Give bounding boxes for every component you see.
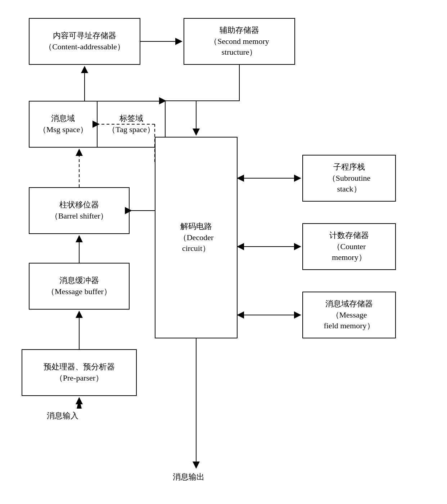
second-memory-label-en: （Second memorystructure） — [209, 36, 269, 58]
content-addressable-box: 内容可寻址存储器 （Content-addressable） — [29, 18, 140, 65]
tag-space-label-zh: 标签域 — [108, 113, 155, 124]
subroutine-stack-label-zh: 子程序栈 — [328, 162, 371, 173]
msg-space-box: 消息域 （Msg space） — [29, 101, 97, 148]
msg-output-label: 消息输出 — [173, 472, 204, 482]
content-addressable-label-zh: 内容可寻址存储器 — [44, 30, 125, 41]
message-buffer-box: 消息缓冲器 （Message buffer） — [29, 263, 130, 310]
subroutine-stack-label-en: （Subroutinestack） — [328, 173, 371, 195]
barrel-shifter-label-en: （Barrel shifter） — [50, 211, 108, 222]
counter-memory-label-zh: 计数存储器 — [329, 230, 369, 241]
barrel-shifter-box: 柱状移位器 （Barrel shifter） — [29, 187, 130, 234]
barrel-shifter-label-zh: 柱状移位器 — [50, 199, 108, 211]
second-memory-box: 辅助存储器 （Second memorystructure） — [184, 18, 295, 65]
diagram: 内容可寻址存储器 （Content-addressable） 辅助存储器 （Se… — [0, 0, 447, 504]
subroutine-stack-box: 子程序栈 （Subroutinestack） — [302, 155, 396, 202]
message-buffer-label-zh: 消息缓冲器 — [47, 275, 112, 286]
message-field-memory-box: 消息域存储器 （Messagefield memory） — [302, 292, 396, 338]
second-memory-label-zh: 辅助存储器 — [209, 25, 269, 36]
counter-memory-box: 计数存储器 （Countermemory） — [302, 223, 396, 270]
msg-space-label-en: （Msg space） — [39, 124, 88, 135]
msg-space-label-zh: 消息域 — [39, 113, 88, 124]
pre-parser-label-zh: 预处理器、预分析器 — [44, 361, 115, 373]
msg-input-label: 消息输入 — [47, 410, 78, 421]
counter-memory-label-en: （Countermemory） — [329, 241, 369, 264]
content-addressable-label-en: （Content-addressable） — [44, 41, 125, 53]
arrow-second-to-tag — [166, 65, 239, 101]
message-field-memory-label-zh: 消息域存储器 — [324, 298, 374, 310]
arrow-input-head — [77, 399, 82, 409]
decoder-circuit-label-en: （Decodercircuit） — [179, 232, 214, 255]
message-buffer-label-en: （Message buffer） — [47, 286, 112, 297]
decoder-circuit-label-zh: 解码电路 — [179, 221, 214, 232]
tag-space-label-en: （Tag space） — [108, 124, 155, 135]
message-field-memory-label-en: （Messagefield memory） — [324, 310, 374, 332]
pre-parser-label-en: （Pre-parser） — [44, 373, 115, 384]
decoder-circuit-box: 解码电路 （Decodercircuit） — [155, 137, 238, 338]
pre-parser-box: 预处理器、预分析器 （Pre-parser） — [22, 349, 137, 396]
